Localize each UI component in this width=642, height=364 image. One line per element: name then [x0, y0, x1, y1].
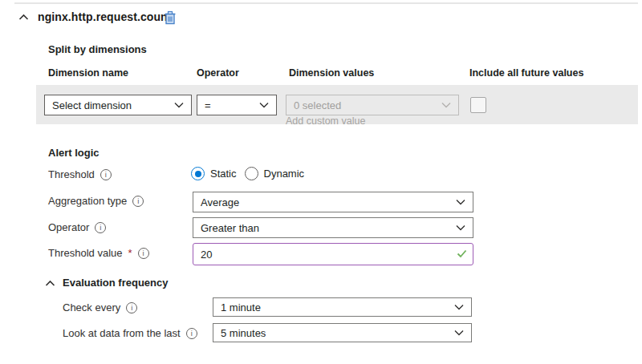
check-every-label: Check every [63, 301, 120, 313]
info-icon[interactable]: i [132, 196, 144, 207]
condition-metric-title: nginx.http.request.count [38, 10, 172, 23]
aggregation-type-dropdown[interactable]: Average [193, 192, 473, 212]
column-header-dimension-values: Dimension values [289, 67, 374, 79]
operator-label-row: Operator i [48, 221, 106, 233]
alert-logic-title: Alert logic [48, 147, 100, 159]
chevron-down-icon [174, 102, 184, 108]
aggregation-type-label-row: Aggregation type i [48, 195, 144, 207]
aggregation-type-label: Aggregation type [48, 195, 127, 207]
threshold-value-label: Threshold value [48, 247, 123, 259]
chevron-down-icon [259, 102, 269, 108]
check-every-dropdown[interactable]: 1 minute [213, 297, 472, 317]
trash-icon [164, 10, 177, 25]
threshold-label-row: Threshold i [48, 168, 112, 180]
column-header-operator: Operator [197, 67, 239, 79]
chevron-down-icon [456, 199, 465, 205]
split-by-dimensions-title: Split by dimensions [48, 43, 147, 55]
column-header-dimension-name: Dimension name [48, 67, 128, 79]
alert-condition-panel: nginx.http.request.count Split by dimens… [0, 0, 642, 364]
collapse-condition-chevron-icon[interactable] [18, 14, 29, 21]
dimension-operator-dropdown-value: = [205, 99, 211, 111]
info-icon[interactable]: i [95, 222, 106, 233]
include-future-values-checkbox [470, 97, 486, 113]
delete-condition-button[interactable] [163, 10, 177, 25]
chevron-down-icon [441, 102, 451, 108]
dimension-values-dropdown-value: 0 selected [294, 99, 341, 111]
radio-static[interactable]: Static [191, 167, 237, 180]
info-icon[interactable]: i [138, 248, 149, 259]
info-icon[interactable]: i [100, 169, 112, 180]
lookback-label: Look at data from the last [63, 327, 181, 339]
evaluation-frequency-title: Evaluation frequency [63, 277, 168, 289]
column-header-include-future-values: Include all future values [469, 67, 583, 79]
threshold-value-field [193, 243, 473, 265]
valid-check-icon [457, 249, 467, 258]
radio-dynamic-label: Dynamic [264, 168, 305, 180]
top-divider [14, 2, 638, 4]
dimension-name-dropdown[interactable]: Select dimension [44, 95, 192, 115]
info-icon[interactable]: i [186, 328, 197, 339]
threshold-label: Threshold [48, 168, 95, 180]
operator-label: Operator [48, 221, 89, 233]
check-every-value: 1 minute [221, 301, 261, 313]
threshold-radio-group: Static Dynamic [191, 167, 304, 180]
aggregation-type-value: Average [201, 196, 239, 208]
add-custom-value-link: Add custom value [286, 115, 365, 127]
lookback-value: 5 minutes [221, 327, 266, 339]
radio-unselected-icon [245, 167, 258, 180]
required-asterisk: * [128, 247, 132, 259]
radio-dynamic[interactable]: Dynamic [245, 167, 305, 180]
radio-selected-icon [191, 167, 205, 180]
chevron-down-icon [456, 224, 465, 231]
threshold-value-label-row: Threshold value * i [48, 247, 149, 259]
dimension-operator-dropdown[interactable]: = [197, 95, 277, 115]
operator-dropdown[interactable]: Greater than [193, 217, 473, 238]
chevron-down-icon [454, 304, 464, 310]
threshold-value-input[interactable] [193, 243, 473, 265]
check-every-label-row: Check every i [63, 301, 137, 313]
dimension-name-dropdown-value: Select dimension [52, 99, 132, 111]
chevron-down-icon [454, 330, 464, 336]
radio-static-label: Static [210, 168, 237, 180]
lookback-dropdown[interactable]: 5 minutes [213, 323, 472, 342]
collapse-evaluation-frequency-chevron-icon[interactable] [45, 280, 55, 287]
dimension-values-dropdown: 0 selected [286, 95, 459, 115]
operator-value: Greater than [201, 222, 259, 234]
info-icon[interactable]: i [126, 302, 137, 313]
lookback-label-row: Look at data from the last i [63, 327, 197, 339]
